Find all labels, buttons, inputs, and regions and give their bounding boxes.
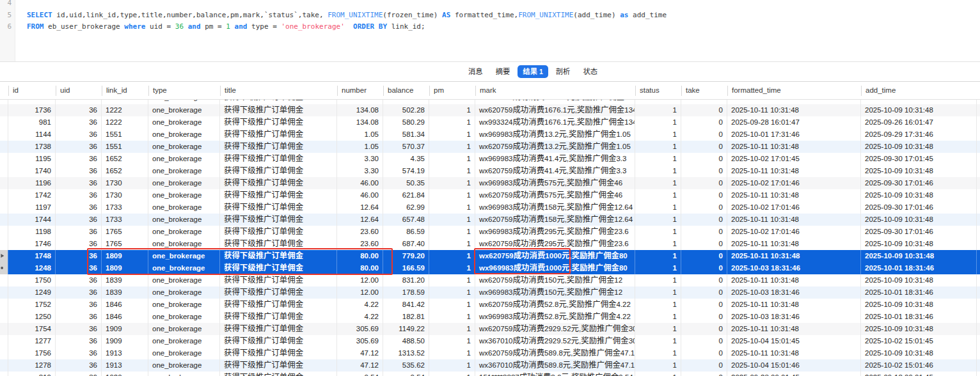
cell-balance[interactable]: 621.84 [383,189,429,201]
cell-uid[interactable]: 36 [55,347,101,359]
cell-mark[interactable]: wx969983成功消费1000元,奖励推广佣金80 [475,262,635,274]
cell-add_time[interactable]: 2025-10-09 10:31:48 [860,250,976,262]
cell-title[interactable]: 获得下级推广订单佣金 [219,335,336,347]
cell-status[interactable]: 1 [635,201,681,214]
cell-add_time[interactable]: 2025-09-30 17:01:46 [860,226,976,238]
cell-take[interactable]: 0 [681,299,727,311]
table-row[interactable]: 1742361730one_brokerage获得下级推广订单佣金46.0062… [0,189,980,201]
column-header-status[interactable]: status [635,82,681,99]
cell-add_time[interactable]: 2025-10-09 10:31:48 [860,104,976,116]
cell-number[interactable]: 4.22 [336,299,383,311]
table-row[interactable]: 1248361809one_brokerage获得下级推广订单佣金80.0016… [0,262,980,274]
cell-formatted_time[interactable]: 2025-10-02 17:01:46 [727,226,860,238]
cell-uid[interactable]: 36 [55,165,101,177]
cell-status[interactable]: 1 [635,372,681,376]
cell-formatted_time[interactable]: 2025-10-04 15:01:45 [727,335,860,347]
cell-title[interactable]: 获得下级推广订单佣金 [219,238,336,250]
cell-take[interactable]: 0 [681,214,727,226]
cell-link_id[interactable]: 1551 [101,141,148,153]
column-header-link_id[interactable]: link_id [102,82,148,99]
cell-id[interactable]: 1752 [8,299,55,311]
table-row[interactable]: 1195361652one_brokerage获得下级推广订单佣金3.304.3… [0,153,980,165]
cell-take[interactable]: 0 [681,347,727,359]
cell-link_id[interactable]: 1222 [101,104,148,116]
cell-pm[interactable]: 1 [429,214,475,226]
cell-type[interactable]: one_brokerage [148,274,219,286]
cell-pm[interactable]: 1 [429,189,475,201]
cell-title[interactable]: 获得下级推广订单佣金 [219,274,336,286]
cell-mark[interactable]: wx993324成功消费1676.1元,奖励推广佣金134.08 [475,116,635,129]
cell-type[interactable]: one_brokerage [148,311,219,323]
cell-number[interactable]: 1.05 [336,141,383,153]
cell-id[interactable]: 1738 [8,141,55,153]
cell-add_time[interactable]: 2025-10-09 10:31:48 [860,165,976,177]
cell-title[interactable]: 获得下级推广订单佣金 [219,311,336,323]
cell-status[interactable]: 1 [635,165,681,177]
cell-uid[interactable]: 36 [55,129,101,141]
cell-balance[interactable]: 178.59 [383,286,429,299]
cell-title[interactable]: 获得下级推广订单佣金 [219,189,336,201]
cell-add_time[interactable]: 2025-09-30 17:01:46 [860,201,976,214]
cell-balance[interactable]: 182.81 [383,311,429,323]
cell-title[interactable]: 获得下级推广订单佣金 [219,165,336,177]
cell-number[interactable]: 4.22 [336,311,383,323]
cell-status[interactable]: 1 [635,226,681,238]
cell-type[interactable]: one_brokerage [148,372,219,376]
cell-type[interactable]: one_brokerage [148,189,219,201]
cell-title[interactable]: 获得下级推广订单佣金 [219,250,336,262]
cell-formatted_time[interactable]: 2025-09-28 16:01:47 [727,116,860,129]
cell-type[interactable]: one_brokerage [148,214,219,226]
cell-number[interactable]: 80.00 [336,262,383,274]
cell-uid[interactable]: 36 [55,141,101,153]
cell-mark[interactable]: wx969983成功消费13.2元,奖励推广佣金1.05 [475,129,635,141]
cell-type[interactable]: one_brokerage [148,165,219,177]
table-row[interactable]: 1277361909one_brokerage获得下级推广订单佣金305.694… [0,335,980,347]
cell-balance[interactable]: 574.19 [383,165,429,177]
cell-title[interactable]: 获得下级推广订单佣金 [219,177,336,189]
cell-number[interactable]: 12.64 [336,214,383,226]
cell-take[interactable]: 0 [681,262,727,274]
cell-link_id[interactable]: 1652 [101,165,148,177]
cell-take[interactable]: 0 [681,335,727,347]
table-row[interactable]: 1198361765one_brokerage获得下级推广订单佣金23.6086… [0,226,980,238]
table-row[interactable]: 1744361733one_brokerage获得下级推广订单佣金12.6465… [0,214,980,226]
cell-status[interactable]: 1 [635,359,681,372]
table-row[interactable]: 1278361913one_brokerage获得下级推广订单佣金47.1253… [0,359,980,372]
cell-formatted_time[interactable]: 2025-10-11 10:31:48 [727,250,860,262]
cell-link_id[interactable]: 1222 [101,116,148,129]
cell-balance[interactable]: 4.35 [383,153,429,165]
cell-link_id[interactable]: 1733 [101,201,148,214]
cell-balance[interactable]: 657.48 [383,214,429,226]
table-row[interactable]: 1249361839one_brokerage获得下级推广订单佣金12.0017… [0,286,980,299]
cell-type[interactable]: one_brokerage [148,250,219,262]
cell-mark[interactable]: wx620759成功消费1000元,奖励推广佣金80 [475,250,635,262]
table-row[interactable]: 1738361551one_brokerage获得下级推广订单佣金1.05570… [0,141,980,153]
cell-take[interactable]: 0 [681,116,727,129]
cell-mark[interactable]: wx969983成功消费52.8元,奖励推广佣金4.22 [475,311,635,323]
cell-mark[interactable]: 151****8887成功消费8.6元,奖励推广佣金0.54 [475,372,635,376]
cell-number[interactable]: 134.08 [336,104,383,116]
table-row[interactable]: 1197361733one_brokerage获得下级推广订单佣金12.6462… [0,201,980,214]
cell-link_id[interactable]: 1652 [101,153,148,165]
cell-link_id[interactable]: 1733 [101,214,148,226]
cell-id[interactable]: 1250 [8,311,55,323]
cell-formatted_time[interactable]: 2025-09-23 09:01:45 [727,372,860,376]
cell-pm[interactable]: 1 [429,286,475,299]
cell-number[interactable]: 47.12 [336,347,383,359]
cell-pm[interactable]: 1 [429,299,475,311]
cell-mark[interactable]: wx969983成功消费575元,奖励推广佣金46 [475,177,635,189]
cell-status[interactable]: 1 [635,262,681,274]
cell-formatted_time[interactable]: 2025-10-03 18:31:46 [727,286,860,299]
cell-pm[interactable]: 1 [429,372,475,376]
cell-mark[interactable]: wx620759成功消费158元,奖励推广佣金12.64 [475,214,635,226]
cell-take[interactable]: 0 [681,359,727,372]
cell-link_id[interactable]: 1809 [101,262,148,274]
table-row[interactable]: 819361920one_brokerage获得下级推广订单佣金0.540.54… [0,372,980,376]
cell-title[interactable]: 获得下级推广订单佣金 [219,226,336,238]
cell-status[interactable]: 1 [635,214,681,226]
cell-uid[interactable]: 36 [55,153,101,165]
cell-id[interactable]: 1278 [8,359,55,372]
cell-type[interactable]: one_brokerage [148,286,219,299]
cell-formatted_time[interactable]: 2025-10-02 17:01:45 [727,153,860,165]
cell-title[interactable]: 获得下级推广订单佣金 [219,286,336,299]
